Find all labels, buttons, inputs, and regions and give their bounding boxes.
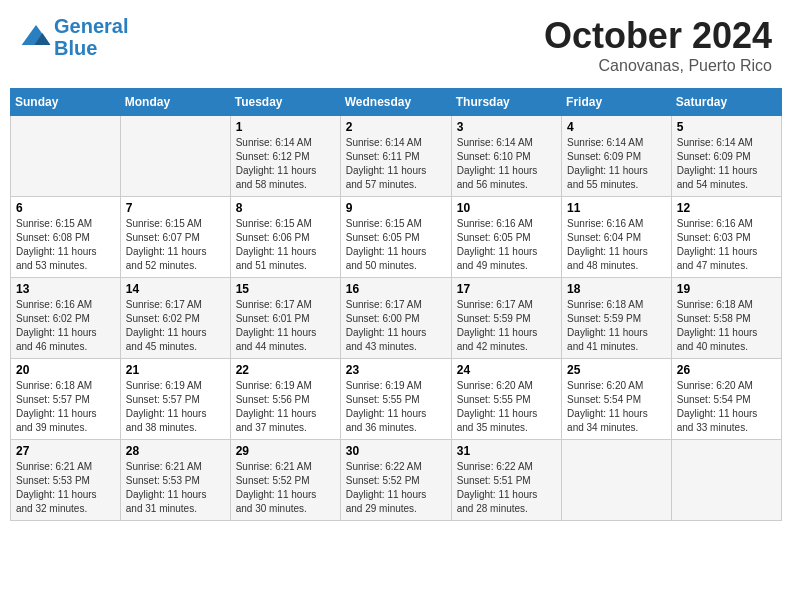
- day-header-friday: Friday: [562, 89, 672, 116]
- day-header-saturday: Saturday: [671, 89, 781, 116]
- day-number: 17: [457, 282, 556, 296]
- calendar-header-row: SundayMondayTuesdayWednesdayThursdayFrid…: [11, 89, 782, 116]
- day-number: 20: [16, 363, 115, 377]
- day-info: Sunrise: 6:14 AMSunset: 6:10 PMDaylight:…: [457, 136, 556, 192]
- calendar-cell: [120, 116, 230, 197]
- calendar-cell: 29Sunrise: 6:21 AMSunset: 5:52 PMDayligh…: [230, 440, 340, 521]
- day-number: 1: [236, 120, 335, 134]
- calendar-cell: 6Sunrise: 6:15 AMSunset: 6:08 PMDaylight…: [11, 197, 121, 278]
- day-info: Sunrise: 6:22 AMSunset: 5:52 PMDaylight:…: [346, 460, 446, 516]
- logo-icon: [20, 21, 52, 53]
- day-number: 8: [236, 201, 335, 215]
- day-info: Sunrise: 6:22 AMSunset: 5:51 PMDaylight:…: [457, 460, 556, 516]
- day-info: Sunrise: 6:15 AMSunset: 6:06 PMDaylight:…: [236, 217, 335, 273]
- calendar-table: SundayMondayTuesdayWednesdayThursdayFrid…: [10, 88, 782, 521]
- day-info: Sunrise: 6:21 AMSunset: 5:53 PMDaylight:…: [126, 460, 225, 516]
- calendar-cell: 25Sunrise: 6:20 AMSunset: 5:54 PMDayligh…: [562, 359, 672, 440]
- day-header-thursday: Thursday: [451, 89, 561, 116]
- day-info: Sunrise: 6:14 AMSunset: 6:09 PMDaylight:…: [677, 136, 776, 192]
- calendar-cell: 19Sunrise: 6:18 AMSunset: 5:58 PMDayligh…: [671, 278, 781, 359]
- day-header-wednesday: Wednesday: [340, 89, 451, 116]
- logo-line2: Blue: [54, 37, 97, 59]
- logo: General Blue: [20, 15, 128, 59]
- day-number: 10: [457, 201, 556, 215]
- calendar-cell: 14Sunrise: 6:17 AMSunset: 6:02 PMDayligh…: [120, 278, 230, 359]
- calendar-cell: 5Sunrise: 6:14 AMSunset: 6:09 PMDaylight…: [671, 116, 781, 197]
- calendar-cell: 23Sunrise: 6:19 AMSunset: 5:55 PMDayligh…: [340, 359, 451, 440]
- day-info: Sunrise: 6:14 AMSunset: 6:09 PMDaylight:…: [567, 136, 666, 192]
- day-info: Sunrise: 6:14 AMSunset: 6:11 PMDaylight:…: [346, 136, 446, 192]
- logo-line1: General: [54, 15, 128, 37]
- calendar-week-1: 1Sunrise: 6:14 AMSunset: 6:12 PMDaylight…: [11, 116, 782, 197]
- calendar-cell: 18Sunrise: 6:18 AMSunset: 5:59 PMDayligh…: [562, 278, 672, 359]
- day-number: 2: [346, 120, 446, 134]
- calendar-cell: 26Sunrise: 6:20 AMSunset: 5:54 PMDayligh…: [671, 359, 781, 440]
- day-header-sunday: Sunday: [11, 89, 121, 116]
- day-info: Sunrise: 6:18 AMSunset: 5:57 PMDaylight:…: [16, 379, 115, 435]
- calendar-cell: 28Sunrise: 6:21 AMSunset: 5:53 PMDayligh…: [120, 440, 230, 521]
- day-number: 18: [567, 282, 666, 296]
- day-number: 30: [346, 444, 446, 458]
- calendar-cell: 8Sunrise: 6:15 AMSunset: 6:06 PMDaylight…: [230, 197, 340, 278]
- calendar-cell: 31Sunrise: 6:22 AMSunset: 5:51 PMDayligh…: [451, 440, 561, 521]
- day-info: Sunrise: 6:16 AMSunset: 6:05 PMDaylight:…: [457, 217, 556, 273]
- day-number: 24: [457, 363, 556, 377]
- month-title: October 2024: [544, 15, 772, 57]
- day-info: Sunrise: 6:17 AMSunset: 6:00 PMDaylight:…: [346, 298, 446, 354]
- calendar-week-3: 13Sunrise: 6:16 AMSunset: 6:02 PMDayligh…: [11, 278, 782, 359]
- day-info: Sunrise: 6:15 AMSunset: 6:05 PMDaylight:…: [346, 217, 446, 273]
- calendar-cell: 3Sunrise: 6:14 AMSunset: 6:10 PMDaylight…: [451, 116, 561, 197]
- day-number: 11: [567, 201, 666, 215]
- day-number: 3: [457, 120, 556, 134]
- calendar-cell: 17Sunrise: 6:17 AMSunset: 5:59 PMDayligh…: [451, 278, 561, 359]
- calendar-cell: 9Sunrise: 6:15 AMSunset: 6:05 PMDaylight…: [340, 197, 451, 278]
- page-header: General Blue October 2024 Canovanas, Pue…: [10, 10, 782, 80]
- day-number: 27: [16, 444, 115, 458]
- day-number: 9: [346, 201, 446, 215]
- calendar-cell: 11Sunrise: 6:16 AMSunset: 6:04 PMDayligh…: [562, 197, 672, 278]
- day-number: 14: [126, 282, 225, 296]
- calendar-cell: 30Sunrise: 6:22 AMSunset: 5:52 PMDayligh…: [340, 440, 451, 521]
- day-info: Sunrise: 6:15 AMSunset: 6:08 PMDaylight:…: [16, 217, 115, 273]
- calendar-week-4: 20Sunrise: 6:18 AMSunset: 5:57 PMDayligh…: [11, 359, 782, 440]
- location: Canovanas, Puerto Rico: [544, 57, 772, 75]
- day-number: 23: [346, 363, 446, 377]
- day-header-monday: Monday: [120, 89, 230, 116]
- day-number: 5: [677, 120, 776, 134]
- calendar-cell: [11, 116, 121, 197]
- day-number: 4: [567, 120, 666, 134]
- calendar-cell: 16Sunrise: 6:17 AMSunset: 6:00 PMDayligh…: [340, 278, 451, 359]
- calendar-cell: [562, 440, 672, 521]
- day-info: Sunrise: 6:14 AMSunset: 6:12 PMDaylight:…: [236, 136, 335, 192]
- day-number: 12: [677, 201, 776, 215]
- calendar-cell: 27Sunrise: 6:21 AMSunset: 5:53 PMDayligh…: [11, 440, 121, 521]
- day-info: Sunrise: 6:20 AMSunset: 5:54 PMDaylight:…: [567, 379, 666, 435]
- day-number: 15: [236, 282, 335, 296]
- day-info: Sunrise: 6:19 AMSunset: 5:55 PMDaylight:…: [346, 379, 446, 435]
- calendar-cell: 15Sunrise: 6:17 AMSunset: 6:01 PMDayligh…: [230, 278, 340, 359]
- day-info: Sunrise: 6:18 AMSunset: 5:58 PMDaylight:…: [677, 298, 776, 354]
- day-number: 13: [16, 282, 115, 296]
- day-info: Sunrise: 6:21 AMSunset: 5:52 PMDaylight:…: [236, 460, 335, 516]
- calendar-cell: 4Sunrise: 6:14 AMSunset: 6:09 PMDaylight…: [562, 116, 672, 197]
- calendar-week-2: 6Sunrise: 6:15 AMSunset: 6:08 PMDaylight…: [11, 197, 782, 278]
- day-info: Sunrise: 6:21 AMSunset: 5:53 PMDaylight:…: [16, 460, 115, 516]
- day-info: Sunrise: 6:16 AMSunset: 6:03 PMDaylight:…: [677, 217, 776, 273]
- calendar-body: 1Sunrise: 6:14 AMSunset: 6:12 PMDaylight…: [11, 116, 782, 521]
- day-number: 26: [677, 363, 776, 377]
- calendar-cell: 24Sunrise: 6:20 AMSunset: 5:55 PMDayligh…: [451, 359, 561, 440]
- calendar-cell: 21Sunrise: 6:19 AMSunset: 5:57 PMDayligh…: [120, 359, 230, 440]
- day-info: Sunrise: 6:18 AMSunset: 5:59 PMDaylight:…: [567, 298, 666, 354]
- title-block: October 2024 Canovanas, Puerto Rico: [544, 15, 772, 75]
- calendar-cell: 10Sunrise: 6:16 AMSunset: 6:05 PMDayligh…: [451, 197, 561, 278]
- day-number: 19: [677, 282, 776, 296]
- day-info: Sunrise: 6:17 AMSunset: 6:01 PMDaylight:…: [236, 298, 335, 354]
- day-number: 31: [457, 444, 556, 458]
- day-number: 7: [126, 201, 225, 215]
- calendar-cell: [671, 440, 781, 521]
- day-info: Sunrise: 6:19 AMSunset: 5:57 PMDaylight:…: [126, 379, 225, 435]
- day-number: 22: [236, 363, 335, 377]
- day-info: Sunrise: 6:17 AMSunset: 6:02 PMDaylight:…: [126, 298, 225, 354]
- logo-text: General Blue: [54, 15, 128, 59]
- calendar-cell: 22Sunrise: 6:19 AMSunset: 5:56 PMDayligh…: [230, 359, 340, 440]
